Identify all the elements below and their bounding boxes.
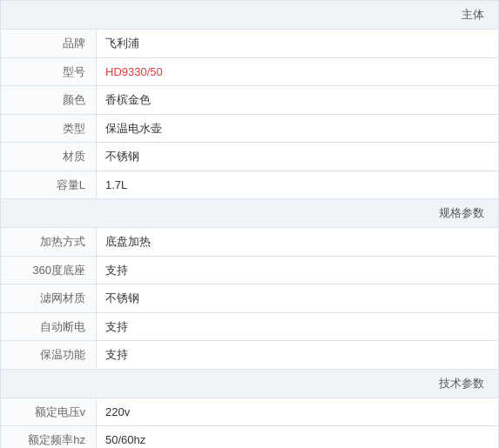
row-value: 不锈钢	[97, 143, 499, 171]
table-row: 型号HD9330/50	[1, 57, 499, 86]
table-row: 颜色香槟金色	[1, 86, 499, 115]
row-value: 保温电水壶	[97, 114, 499, 143]
row-value: 1.7L	[97, 171, 499, 199]
table-row: 滤网材质不锈钢	[1, 284, 499, 313]
table-row: 额定频率hz50/60hz	[1, 426, 499, 449]
row-label: 颜色	[1, 86, 97, 115]
section-header-2: 技术参数	[1, 369, 499, 398]
table-row: 品牌飞利浦	[1, 30, 499, 58]
specs-table: 主体品牌飞利浦型号HD9330/50颜色香槟金色类型保温电水壶材质不锈钢容量L1…	[0, 0, 499, 448]
row-label: 滤网材质	[1, 284, 97, 313]
section-title: 技术参数	[1, 369, 499, 398]
table-row: 额定电压v220v	[1, 398, 499, 426]
row-label: 容量L	[1, 171, 97, 199]
table-row: 保温功能支持	[1, 341, 499, 370]
row-value: 220v	[97, 398, 499, 426]
row-value: 不锈钢	[97, 284, 499, 313]
table-row: 自动断电支持	[1, 312, 499, 341]
row-label: 类型	[1, 114, 97, 143]
table-row: 加热方式底盘加热	[1, 228, 499, 257]
table-row: 材质不锈钢	[1, 143, 499, 171]
row-value: 支持	[97, 256, 499, 284]
row-label: 额定频率hz	[1, 426, 97, 449]
row-value: 香槟金色	[97, 86, 499, 115]
table-row: 360度底座支持	[1, 256, 499, 284]
section-title: 主体	[1, 1, 499, 30]
row-value: 支持	[97, 312, 499, 341]
row-value: 50/60hz	[97, 426, 499, 449]
table-row: 容量L1.7L	[1, 171, 499, 199]
row-label: 保温功能	[1, 341, 97, 370]
row-value: 支持	[97, 341, 499, 370]
row-label: 360度底座	[1, 256, 97, 284]
row-value: 飞利浦	[97, 30, 499, 58]
row-label: 品牌	[1, 30, 97, 58]
section-header-0: 主体	[1, 1, 499, 30]
section-title: 规格参数	[1, 199, 499, 228]
row-label: 自动断电	[1, 312, 97, 341]
row-label: 型号	[1, 57, 97, 86]
section-header-1: 规格参数	[1, 199, 499, 228]
row-label: 材质	[1, 143, 97, 171]
row-label: 额定电压v	[1, 398, 97, 426]
row-label: 加热方式	[1, 228, 97, 257]
row-value: HD9330/50	[97, 57, 499, 86]
row-value: 底盘加热	[97, 228, 499, 257]
table-row: 类型保温电水壶	[1, 114, 499, 143]
